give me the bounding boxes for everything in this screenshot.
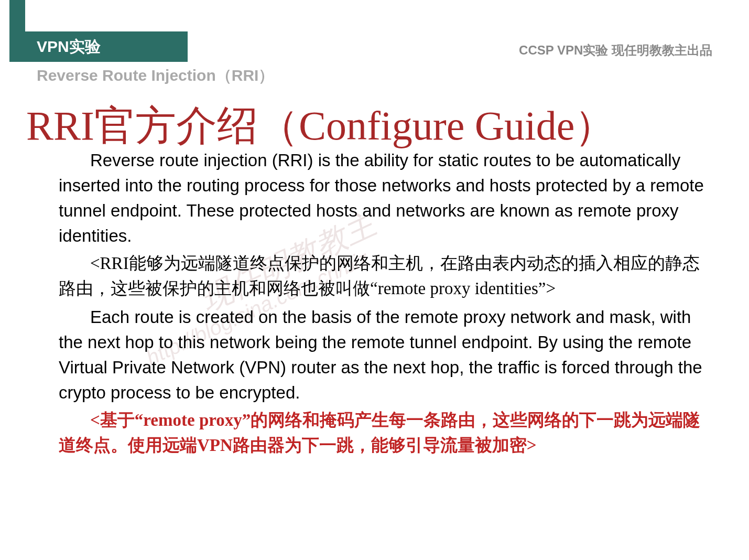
header-credit: CCSP VPN实验 现任明教教主出品 — [519, 42, 712, 59]
paragraph-2-cn: <RRI能够为远端隧道终点保护的网络和主机，在路由表内动态的插入相应的静态路由，… — [59, 251, 709, 301]
subheader: Reverse Route Injection（RRI） — [37, 65, 274, 87]
slide-title: RRI官方介绍（Configure Guide） — [26, 99, 615, 154]
slide-container: VPN实验 CCSP VPN实验 现任明教教主出品 Reverse Route … — [0, 0, 749, 560]
paragraph-4-cn-highlight: <基于“remote proxy”的网络和掩码产生每一条路由，这些网络的下一跳为… — [59, 408, 709, 458]
body-text: Reverse route injection (RRI) is the abi… — [59, 148, 709, 461]
paragraph-1-en: Reverse route injection (RRI) is the abi… — [59, 148, 709, 248]
header-ribbon: VPN实验 — [25, 31, 188, 62]
paragraph-3-en: Each route is created on the basis of th… — [59, 305, 709, 405]
side-accent-bar — [9, 0, 25, 62]
